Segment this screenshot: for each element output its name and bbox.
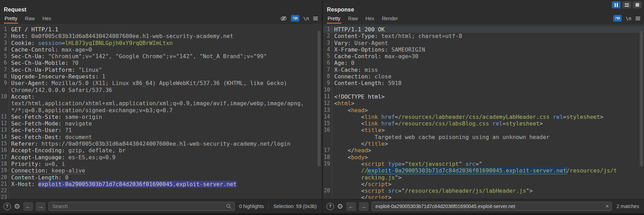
code-line[interactable]: 4Cache-Control: max-age=0 [0,46,322,53]
code-line[interactable]: 3Cookie: session=lHL873yqIBNLGpjh0xY9rqQ… [0,40,322,46]
code-line[interactable]: 7Sec-Ch-Ua-Platform: "Linux" [0,67,322,73]
highlights-count: 0 highlights [238,204,265,209]
previous-match-button[interactable]: ← [346,202,356,211]
code-line[interactable]: 4X-Frame-Options: SAMEORIGIN [323,46,644,53]
newline-icon[interactable]: \n [303,16,309,21]
code-line[interactable]: 18Priority: u=0, i [0,161,322,167]
line-number: 13 [0,127,9,133]
line-number: 15 [323,120,332,127]
line-number: 13 [323,107,332,114]
code-line[interactable]: 3Vary: User-Agent [323,40,644,46]
tab-hex[interactable]: Hex [42,14,52,24]
code-line[interactable]: 17 </head> [323,147,644,154]
word-wrap-icon[interactable] [291,15,299,22]
code-line[interactable]: 1HTTP/1.1 200 OK [323,26,644,33]
code-line[interactable]: //exploit-0a29005303b71d7c84d2036f016900… [323,167,644,174]
code-line[interactable]: 8Connection: close [323,73,644,80]
help-icon[interactable]: ? [327,203,334,210]
tab-pretty[interactable]: Pretty [4,14,18,24]
line-number: 17 [0,154,9,161]
code-line[interactable]: text/html,application/xhtml+xml,applicat… [0,100,322,107]
code-line[interactable]: 17Accept-Language: es-ES,es;q=0.9 [0,154,322,161]
line-number: 17 [323,147,332,154]
code-line[interactable]: Targeted web cache poisoning using an un… [323,134,644,140]
code-line[interactable]: 22 [0,187,322,194]
code-line[interactable]: 9Content-Length: 5918 [323,80,644,86]
stop-icon[interactable] [633,1,642,8]
code-line[interactable]: </title> [323,140,644,147]
code-line[interactable]: 13 <head> [323,107,644,114]
code-line[interactable]: 6Sec-Ch-Ua-Mobile: ?0 [0,60,322,66]
previous-match-button[interactable]: ← [23,202,33,211]
tab-pretty[interactable]: Pretty [327,14,341,24]
code-line[interactable]: 19Connection: keep-alive [0,167,322,174]
menu-icon[interactable] [313,16,318,21]
clear-search-icon[interactable]: × [606,204,609,209]
tab-hex[interactable]: Hex [365,14,375,24]
tab-raw[interactable]: Raw [347,14,359,24]
line-number: 18 [323,154,332,161]
code-line[interactable]: 21X-Host: exploit-0a29005303b71d7c84d203… [0,181,322,187]
response-scrollbar[interactable] [640,31,643,167]
code-line[interactable]: 7X-Cache: miss [323,67,644,73]
newline-icon[interactable]: \n [625,16,631,21]
search-icon [226,204,232,209]
code-line[interactable]: 10Accept: [0,93,322,100]
menu-icon[interactable] [635,16,641,21]
code-line[interactable]: 16Accept-Encoding: gzip, deflate, br [0,147,322,154]
word-wrap-icon[interactable] [613,15,622,22]
line-number: 8 [323,73,332,80]
code-line[interactable]: 6Age: 0 [323,60,644,66]
search-input[interactable] [372,202,612,211]
eye-off-icon[interactable] [280,16,287,21]
pause-icon[interactable] [612,1,621,8]
code-line[interactable]: 15Referer: https://0a0f005c03b31d6a84430… [0,140,322,147]
code-line[interactable]: 20 <script src="/resources/labheader/js/… [323,187,644,194]
gear-icon[interactable]: ⚙ [14,203,20,210]
code-line[interactable]: 2Content-Type: text/html; charset=utf-8 [323,33,644,39]
code-line[interactable]: 23 [0,194,322,199]
code-line[interactable]: 8Upgrade-Insecure-Requests: 1 [0,73,322,80]
search-input[interactable] [49,202,235,211]
line-number: 6 [323,60,332,66]
code-line[interactable]: 2Host: 0a0f005c03b31d6a84430424007600ee.… [0,33,322,39]
code-line[interactable]: Chrome/142.0.0.0 Safari/537.36 [0,87,322,93]
request-editor[interactable]: 1GET / HTTP/1.12Host: 0a0f005c03b31d6a84… [0,24,322,199]
code-line[interactable]: */*;q=0.8,application/signed-exchange;v=… [0,107,322,114]
code-line[interactable]: 14Sec-Fetch-Dest: document [0,134,322,140]
response-editor[interactable]: 1HTTP/1.1 200 OK2Content-Type: text/html… [323,24,644,199]
rows-icon[interactable] [622,1,631,8]
line-number: 8 [0,73,9,80]
line-number: 19 [0,167,9,174]
code-line[interactable]: 20Content-Length: 0 [0,174,322,181]
request-find-bar: ? ⚙ ← → 0 highlights Selection: 59 (0x3b… [0,199,322,213]
tab-render[interactable]: Render [381,14,399,24]
code-line[interactable]: </script> [323,181,644,187]
matches-count: 2 matches [615,204,641,209]
next-match-button[interactable]: → [36,202,45,211]
status-divider [268,202,269,210]
code-line[interactable]: 11Sec-Fetch-Site: same-origin [0,114,322,120]
code-line[interactable]: 12Sec-Fetch-Mode: navigate [0,120,322,127]
code-line[interactable]: 5Cache-Control: max-age=30 [323,53,644,60]
tab-raw[interactable]: Raw [24,14,36,24]
code-line[interactable]: 18 <body> [323,154,644,161]
code-line[interactable]: 1GET / HTTP/1.1 [0,26,322,33]
line-number: 18 [0,161,9,167]
code-line[interactable]: racking.js"> [323,174,644,181]
code-line[interactable]: 15 <link href=/resources/css/labsBlog.cs… [323,120,644,127]
code-line[interactable]: 11<!DOCTYPE html> [323,93,644,100]
code-line[interactable]: 12<html> [323,100,644,107]
gear-icon[interactable]: ⚙ [337,203,343,210]
code-line[interactable]: 5Sec-Ch-Ua: "Chromium";v="142", "Google … [0,53,322,60]
code-line[interactable]: 13Sec-Fetch-User: ?1 [0,127,322,133]
code-line[interactable]: 14 <link href=/resources/labheader/css/a… [323,114,644,120]
code-line[interactable]: 19 <script type="text/javascript" src=" [323,161,644,167]
code-line[interactable]: 10 [323,87,644,93]
code-line[interactable]: </script> [323,194,644,199]
next-match-button[interactable]: → [359,202,368,211]
help-icon[interactable]: ? [3,203,11,210]
code-line[interactable]: 9User-Agent: Mozilla/5.0 (X11; Linux x86… [0,80,322,86]
request-scrollbar[interactable] [317,31,321,167]
code-line[interactable]: 16 <title> [323,127,644,133]
